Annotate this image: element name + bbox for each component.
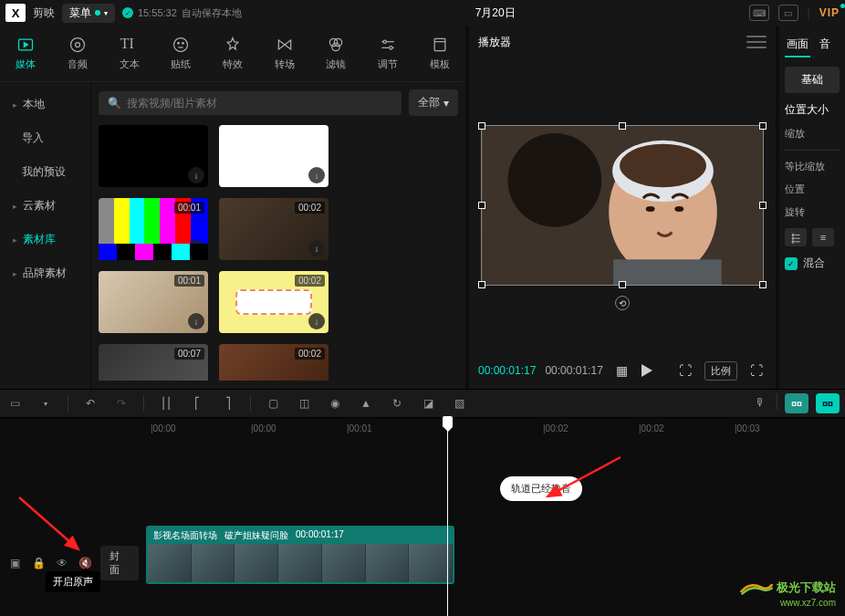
filter-icon: ▾ [443, 97, 449, 110]
magnet-off-icon[interactable] [785, 393, 808, 413]
timeline-ruler[interactable]: |00:00 |00:00 |00:01 |00:02 |00:02 |00:0… [0, 418, 845, 438]
play-button[interactable] [642, 364, 652, 377]
resize-handle-icon[interactable] [759, 202, 767, 209]
tab-audio[interactable]: 音频 [52, 26, 104, 81]
playhead[interactable] [447, 418, 448, 616]
preview-viewport[interactable]: ⟲ [469, 58, 776, 352]
download-icon[interactable]: ↓ [188, 167, 204, 183]
template-icon [431, 36, 449, 54]
project-title[interactable]: 7月20日 [249, 5, 742, 21]
freeze-icon[interactable]: ◫ [295, 394, 313, 412]
tab-effect[interactable]: 特效 [207, 26, 259, 81]
basic-tab[interactable]: 基础 [785, 67, 840, 93]
search-field[interactable] [127, 97, 392, 110]
zoom-fit-icon[interactable]: ⛶ [675, 360, 695, 381]
sidebar-item-local[interactable]: 本地 [0, 88, 90, 121]
svg-point-17 [646, 206, 655, 212]
asset-thumb[interactable]: 00:02 [219, 344, 329, 381]
download-icon[interactable]: ↓ [188, 313, 204, 329]
watermark-logo-icon [740, 579, 773, 597]
tab-template[interactable]: 模板 [413, 26, 465, 81]
magnet-on-icon[interactable] [816, 393, 840, 413]
asset-thumb[interactable]: 00:01 ↓ [99, 271, 208, 333]
trim-right-icon[interactable]: ⎤ [219, 394, 237, 412]
svg-point-2 [76, 43, 80, 47]
resize-handle-icon[interactable] [759, 281, 767, 288]
video-clip[interactable]: 影视名场面转场 破产姐妹疑问脸 00:00:01:17 [146, 526, 454, 584]
sidebar-item-brand[interactable]: 品牌素材 [0, 256, 90, 290]
tab-filter[interactable]: 滤镜 [310, 26, 362, 81]
preview-controls: 00:00:01:17 00:00:01:17 ▦ ⛶ 比例 ⛶ [469, 352, 776, 389]
smart-icon[interactable]: ▧ [450, 394, 468, 412]
crop-icon[interactable]: ◪ [419, 394, 437, 412]
resize-handle-icon[interactable] [759, 122, 767, 130]
asset-thumb[interactable]: ↓ [99, 125, 208, 187]
resize-handle-icon[interactable] [619, 281, 626, 288]
vip-badge[interactable]: VIP [819, 6, 840, 19]
align-left-icon[interactable]: ⬱ [785, 228, 807, 246]
tab-media[interactable]: 媒体 [0, 26, 52, 81]
download-icon[interactable]: ↓ [308, 240, 325, 256]
redo-icon[interactable]: ↷ [112, 394, 130, 412]
video-transform-box[interactable]: ⟲ [481, 125, 764, 286]
filter-dropdown[interactable]: 全部 ▾ [409, 89, 458, 116]
svg-point-16 [620, 144, 706, 187]
cover-button[interactable]: 封面 [100, 546, 139, 580]
sidebar-item-import[interactable]: 导入 [0, 121, 90, 155]
frame-view-icon[interactable]: ▦ [612, 360, 632, 381]
mic-icon[interactable]: 🎙 [751, 393, 769, 412]
tab-transition[interactable]: 转场 [258, 26, 310, 81]
clip-thumbnails [148, 544, 453, 582]
timeline-tracks[interactable]: 轨道已经静音 ▣ 🔒 👁 🔇 封面 开启原声 影视名场面转场 破产姐妹疑问脸 0… [0, 438, 845, 616]
asset-thumb[interactable]: 00:07 [99, 344, 208, 381]
download-icon[interactable]: ↓ [308, 313, 325, 329]
resize-handle-icon[interactable] [478, 202, 485, 209]
selection-tool-icon[interactable]: ▭ [5, 394, 24, 412]
resize-handle-icon[interactable] [478, 122, 485, 130]
text-icon: TI [120, 36, 139, 54]
svg-rect-22 [823, 402, 827, 406]
menu-dropdown[interactable]: 菜单 ▾ [62, 4, 115, 23]
svg-point-10 [390, 47, 392, 49]
playhead-handle-icon[interactable] [443, 416, 453, 427]
asset-thumb[interactable]: 00:01 ↓ [99, 198, 208, 260]
split-icon[interactable]: ⎮⎮ [157, 394, 175, 412]
checkbox-blend[interactable]: ✓ [785, 257, 798, 270]
check-icon: ✓ [122, 7, 133, 18]
tab-adjust[interactable]: 调节 [362, 26, 414, 81]
shortcut-icon[interactable]: ⌨ [749, 5, 769, 21]
asset-thumb[interactable]: 00:02 ↓ [219, 198, 329, 260]
sidebar-item-assetlib[interactable]: 素材库 [0, 223, 90, 256]
preview-menu-icon[interactable] [746, 34, 767, 50]
asset-grid[interactable]: ↓ ↓ 00:01 ↓ 00:02 ↓ [99, 125, 458, 381]
ratio-button[interactable]: 比例 [704, 361, 737, 381]
tab-text[interactable]: TI 文本 [103, 26, 155, 81]
transition-icon [276, 36, 294, 54]
tab-audio-props[interactable]: 音 [818, 33, 832, 57]
resize-handle-icon[interactable] [619, 122, 626, 130]
sidebar-item-cloud[interactable]: 云素材 [0, 189, 90, 223]
sidebar-item-presets[interactable]: 我的预设 [0, 155, 90, 189]
chevron-down-icon[interactable]: ▾ [37, 394, 55, 412]
reverse-icon[interactable]: ▲ [357, 394, 375, 412]
svg-rect-21 [798, 402, 801, 406]
ruler-tick: |00:02 [639, 423, 664, 433]
tab-sticker[interactable]: 贴纸 [155, 26, 207, 81]
layout-icon[interactable]: ▭ [778, 5, 798, 21]
delete-icon[interactable]: ▢ [264, 394, 282, 412]
align-center-icon[interactable]: ≡ [812, 228, 834, 246]
speed-icon[interactable]: ◉ [326, 394, 344, 412]
resize-handle-icon[interactable] [478, 281, 485, 288]
fullscreen-icon[interactable]: ⛶ [746, 360, 767, 381]
tab-picture[interactable]: 画面 [785, 33, 810, 57]
asset-thumb[interactable]: 00:02 ↓ [219, 271, 329, 333]
rotate-handle-icon[interactable]: ⟲ [615, 296, 630, 310]
undo-icon[interactable]: ↶ [81, 394, 99, 412]
ruler-tick: |00:01 [347, 423, 372, 433]
search-input[interactable]: 🔍 [99, 91, 402, 115]
asset-thumb[interactable]: ↓ [219, 125, 329, 187]
rotate-icon[interactable]: ↻ [388, 394, 406, 412]
download-icon[interactable]: ↓ [308, 167, 325, 183]
trim-left-icon[interactable]: ⎡ [188, 394, 206, 412]
svg-rect-23 [829, 402, 832, 406]
